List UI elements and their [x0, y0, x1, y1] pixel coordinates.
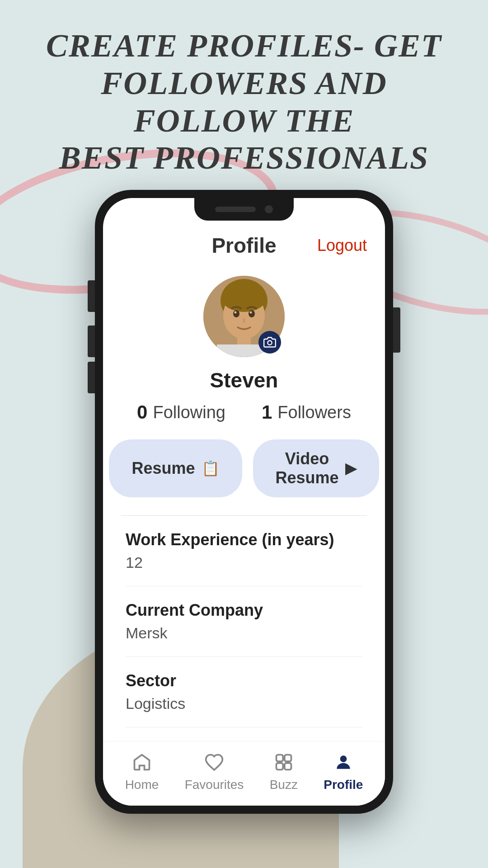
stats-row: 0 Following 1 Followers: [137, 401, 351, 423]
sector-value: Logistics: [126, 695, 362, 712]
following-label: Following: [153, 403, 225, 422]
followers-label: Followers: [277, 403, 351, 422]
avatar-wrapper: [203, 276, 285, 357]
followers-stat[interactable]: 1 Followers: [262, 401, 351, 423]
resume-button[interactable]: Resume 📋: [109, 439, 242, 497]
phone-screen: Profile Logout: [103, 198, 385, 806]
work-experience-label: Work Experience (in years): [126, 530, 362, 549]
svg-point-3: [221, 283, 267, 312]
following-count: 0: [137, 401, 147, 423]
svg-point-4: [233, 310, 239, 317]
svg-point-15: [340, 755, 347, 762]
play-icon: ▶︎: [345, 460, 357, 477]
app-header: Profile Logout: [103, 221, 385, 267]
home-nav-label: Home: [125, 778, 159, 792]
svg-rect-13: [276, 763, 283, 770]
info-section: Work Experience (in years) 12 Current Co…: [103, 516, 385, 741]
logout-button[interactable]: Logout: [317, 236, 367, 255]
bottom-nav: Home Favourites: [103, 741, 385, 806]
followers-count: 1: [262, 401, 272, 423]
camera-badge-button[interactable]: [258, 331, 281, 354]
nav-profile[interactable]: Profile: [324, 750, 363, 792]
home-icon: [130, 750, 154, 774]
svg-rect-14: [285, 763, 291, 770]
profile-nav-label: Profile: [324, 778, 363, 792]
svg-rect-12: [285, 755, 291, 762]
current-company-value: Mersk: [126, 624, 362, 642]
notch-camera: [265, 205, 273, 213]
svg-point-10: [267, 341, 272, 345]
sector-label: Sector: [126, 671, 362, 690]
nav-favourites[interactable]: Favourites: [185, 750, 244, 792]
video-resume-button[interactable]: Video Resume ▶︎: [253, 439, 379, 497]
svg-point-8: [235, 311, 237, 314]
following-stat[interactable]: 0 Following: [137, 401, 225, 423]
work-experience-value: 12: [126, 554, 362, 571]
document-icon: 📋: [202, 460, 220, 477]
page-title: Profile: [211, 233, 276, 258]
strength-item: Strength Trustworthiness, Patience, Dete…: [126, 727, 362, 741]
svg-point-5: [249, 310, 255, 317]
phone-notch: [194, 198, 294, 221]
current-company-label: Current Company: [126, 601, 362, 620]
profile-nav-icon: [332, 750, 355, 774]
profile-section: Steven 0 Following 1 Followers: [103, 267, 385, 515]
notch-speaker: [215, 207, 256, 212]
nav-buzz[interactable]: Buzz: [270, 750, 298, 792]
phone-mockup: Profile Logout: [95, 190, 393, 814]
headline-text: Create profiles- Get followers and follo…: [0, 27, 488, 177]
heart-icon: [202, 750, 226, 774]
phone-outer: Profile Logout: [95, 190, 393, 814]
work-experience-item: Work Experience (in years) 12: [126, 516, 362, 586]
nav-home[interactable]: Home: [125, 750, 159, 792]
action-buttons: Resume 📋 Video Resume ▶︎: [109, 439, 379, 497]
svg-point-9: [250, 311, 252, 314]
svg-rect-11: [276, 755, 283, 762]
resume-button-label: Resume: [131, 459, 195, 478]
current-company-item: Current Company Mersk: [126, 586, 362, 657]
sector-item: Sector Logistics: [126, 657, 362, 727]
profile-name: Steven: [210, 368, 278, 392]
buzz-nav-label: Buzz: [270, 778, 298, 792]
favourites-nav-label: Favourites: [185, 778, 244, 792]
camera-icon: [263, 336, 276, 349]
video-resume-label: Video Resume: [276, 449, 339, 487]
app-content: Profile Logout: [103, 198, 385, 806]
buzz-icon: [272, 750, 296, 774]
